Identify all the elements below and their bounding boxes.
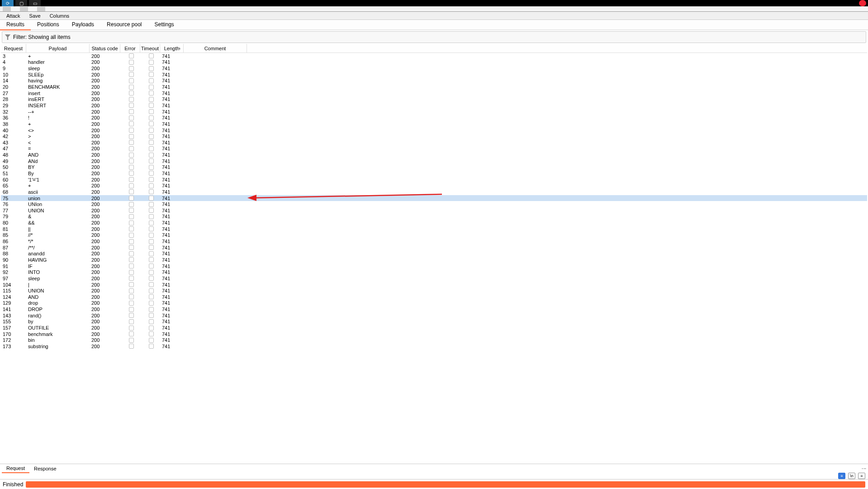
- table-row[interactable]: 129drop200741: [1, 300, 867, 307]
- table-row[interactable]: 80&&200741: [1, 220, 867, 226]
- table-row[interactable]: 87/**/200741: [1, 244, 867, 251]
- table-row[interactable]: 90HAVING200741: [1, 257, 867, 263]
- checkbox-icon: [149, 221, 154, 225]
- cell-error: [120, 60, 140, 65]
- header-request[interactable]: Request: [1, 44, 26, 53]
- cell-error: [120, 264, 140, 268]
- table-row[interactable]: 157OUTFILE200741: [1, 325, 867, 331]
- table-row[interactable]: 50BY200741: [1, 164, 867, 171]
- checkbox-icon: [129, 91, 134, 96]
- tab-payloads[interactable]: Payloads: [66, 19, 100, 29]
- table-row[interactable]: 88anandd200741: [1, 251, 867, 257]
- table-row[interactable]: 143rand()200741: [1, 312, 867, 319]
- table-row[interactable]: 48AND200741: [1, 152, 867, 158]
- menu-attack[interactable]: Attack: [2, 13, 25, 19]
- table-row[interactable]: 47=200741: [1, 146, 867, 152]
- checkbox-icon: [149, 165, 154, 170]
- table-row[interactable]: 3+200741: [1, 53, 867, 59]
- cell-request: 76: [1, 201, 26, 207]
- table-row[interactable]: 20BENCHMARK200741: [1, 84, 867, 90]
- table-row[interactable]: 141DROP200741: [1, 306, 867, 312]
- table-row[interactable]: 81||200741: [1, 226, 867, 232]
- table-row[interactable]: 42>200741: [1, 133, 867, 139]
- table-row[interactable]: 79&200741: [1, 214, 867, 220]
- cell-length: 741: [160, 128, 184, 133]
- menu-save[interactable]: Save: [25, 13, 45, 19]
- table-row[interactable]: 38+200741: [1, 121, 867, 127]
- header-payload[interactable]: Payload: [26, 44, 90, 53]
- close-window-icon[interactable]: [859, 0, 866, 6]
- cell-timeout: [140, 276, 160, 281]
- table-row[interactable]: 32--+200741: [1, 109, 867, 115]
- table-row[interactable]: 91IF200741: [1, 263, 867, 269]
- table-row[interactable]: 115UNION200741: [1, 288, 867, 294]
- table-row[interactable]: 173substring200741: [1, 343, 867, 350]
- cell-status: 200: [90, 313, 120, 318]
- table-row[interactable]: 10SLEEp200741: [1, 72, 867, 78]
- table-row[interactable]: 29INSERT200741: [1, 102, 867, 109]
- newline-icon[interactable]: \n: [848, 473, 855, 479]
- table-row[interactable]: 51By200741: [1, 170, 867, 177]
- table-row[interactable]: 9sleep200741: [1, 65, 867, 72]
- menu-columns[interactable]: Columns: [45, 13, 74, 19]
- cell-payload: handler: [26, 59, 90, 65]
- table-row[interactable]: 86*/*200741: [1, 238, 867, 244]
- filter-bar[interactable]: Filter: Showing all items: [2, 31, 866, 43]
- cell-error: [120, 294, 140, 299]
- table-row[interactable]: 28insERT200741: [1, 96, 867, 102]
- header-status[interactable]: Status code: [90, 44, 120, 53]
- tab-positions[interactable]: Positions: [31, 19, 66, 29]
- tab-results[interactable]: Results: [0, 19, 31, 30]
- table-row[interactable]: 85//*200741: [1, 232, 867, 239]
- toolbar-icon[interactable]: [20, 7, 28, 11]
- view-controls: ⋮: [862, 466, 866, 470]
- table-row[interactable]: 155by200741: [1, 319, 867, 325]
- cell-request: 104: [1, 282, 26, 288]
- tab-settings[interactable]: Settings: [148, 19, 180, 29]
- table-row[interactable]: 124AND200741: [1, 294, 867, 300]
- table-row[interactable]: 49ANd200741: [1, 158, 867, 164]
- table-row[interactable]: 76UNIon200741: [1, 201, 867, 207]
- cell-payload: UNIon: [26, 201, 90, 207]
- header-comment[interactable]: Comment: [184, 44, 247, 53]
- header-length[interactable]: Length▲: [160, 44, 184, 53]
- cell-status: 200: [90, 276, 120, 281]
- list-view-icon[interactable]: ≡: [858, 473, 865, 479]
- table-row[interactable]: 43<200741: [1, 139, 867, 146]
- table-row[interactable]: 104|200741: [1, 282, 867, 288]
- table-row[interactable]: 14having200741: [1, 78, 867, 84]
- cell-length: 741: [160, 103, 184, 108]
- cell-payload: UNION: [26, 208, 90, 213]
- table-row[interactable]: 77UNION200741: [1, 207, 867, 214]
- checkbox-icon: [129, 319, 134, 324]
- tab-response[interactable]: Response: [29, 465, 61, 473]
- more-options-icon[interactable]: ⋮: [862, 466, 866, 470]
- cell-error: [120, 189, 140, 194]
- tab-resource-pool[interactable]: Resource pool: [100, 19, 148, 29]
- toolbar-icon[interactable]: [37, 7, 45, 11]
- toolbar-icon[interactable]: [3, 7, 11, 11]
- table-row[interactable]: 68ascii200741: [1, 189, 867, 195]
- table-row[interactable]: 60'1'='1200741: [1, 177, 867, 183]
- kali-icon[interactable]: ⟳: [2, 0, 14, 6]
- render-view-icon[interactable]: ≡: [838, 473, 845, 479]
- cell-status: 200: [90, 319, 120, 324]
- files-icon[interactable]: ▭: [29, 0, 41, 6]
- table-row[interactable]: 36!200741: [1, 115, 867, 121]
- checkbox-icon: [149, 202, 154, 207]
- table-row[interactable]: 40<>200741: [1, 127, 867, 134]
- table-row[interactable]: 92INTO200741: [1, 269, 867, 275]
- table-row[interactable]: 27insert200741: [1, 90, 867, 96]
- tab-request[interactable]: Request: [2, 464, 29, 473]
- table-row[interactable]: 97sleep200741: [1, 275, 867, 282]
- cell-timeout: [140, 165, 160, 170]
- cell-request: 28: [1, 96, 26, 102]
- terminal-icon[interactable]: ▢: [15, 0, 27, 6]
- table-row[interactable]: 170benchmark200741: [1, 331, 867, 337]
- table-row[interactable]: 75union200741: [1, 195, 867, 201]
- header-error[interactable]: Error: [120, 44, 140, 53]
- table-row[interactable]: 65+200741: [1, 182, 867, 189]
- table-row[interactable]: 4handler200741: [1, 59, 867, 66]
- header-timeout[interactable]: Timeout: [140, 44, 160, 53]
- table-row[interactable]: 172bin200741: [1, 337, 867, 343]
